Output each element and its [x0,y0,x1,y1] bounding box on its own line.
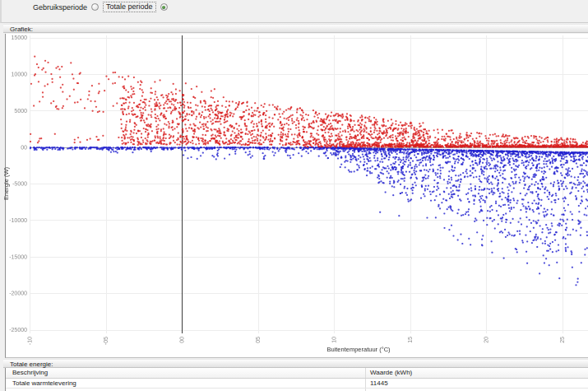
x-axis-title: Buitentemperatuur (°C) [276,346,441,353]
gebruiksperiode-radio[interactable] [91,3,99,11]
radio-checked-dot [162,6,165,9]
period-selector-panel: Gebruiksperiode Totale periode [0,0,588,23]
y-axis-title: Energie (W) [2,167,10,200]
grafiek-section-header: Grafiek: [3,24,588,33]
period-radio-group: Gebruiksperiode Totale periode [33,2,168,12]
row-label: Totale warmtelevering [6,379,366,388]
col-header-beschrijving: Beschrijving [6,368,366,378]
totale-periode-label[interactable]: Totale periode [103,2,156,12]
grafiek-title: Grafiek: [10,26,33,33]
totale-energie-title: Totale energie: [10,361,53,368]
totale-periode-radio[interactable] [160,3,168,11]
period-group-label: Gebruiksperiode [33,3,87,12]
energy-scatter-chart [8,34,588,357]
totals-table: Beschrijving Waarde (kWh) Totale warmtel… [5,368,588,391]
row-value: 11445 [366,379,588,388]
app-window: Gebruiksperiode Totale periode Grafiek: … [0,0,588,391]
totale-energie-section-header: Totale energie: [3,359,588,368]
col-header-waarde: Waarde (kWh) [366,368,588,378]
totals-table-header: Beschrijving Waarde (kWh) [6,368,588,379]
table-row[interactable]: Totale warmtelevering 11445 [6,379,588,389]
